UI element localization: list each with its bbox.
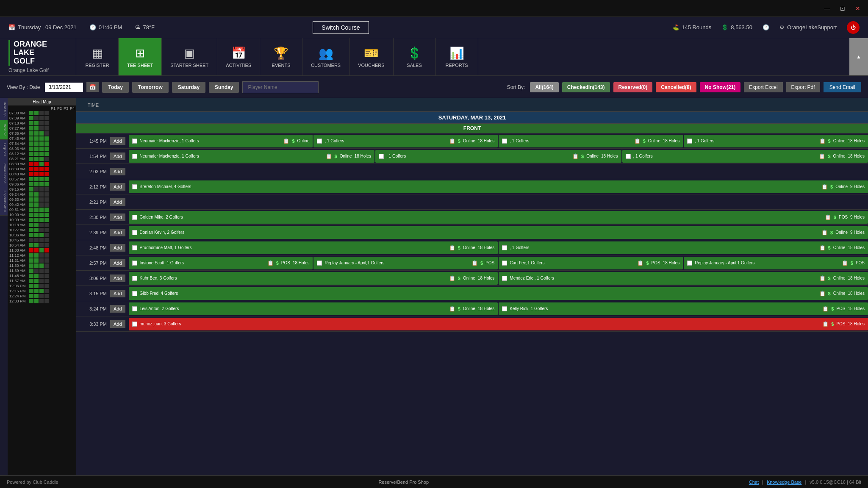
slot-checkbox[interactable]: [502, 306, 507, 311]
tee-slot[interactable]: , 1 Golfers 📋 $ Online 18 Holes: [375, 150, 621, 163]
tee-slot[interactable]: munoz juan, 3 Golfers 📋 $ POS 18 Holes: [129, 318, 868, 330]
slot-checkbox[interactable]: [132, 322, 137, 327]
add-button[interactable]: Add: [110, 229, 125, 236]
tee-slot[interactable]: Cart Fee,1 Golfers 📋 $ POS 18 Holes: [499, 257, 683, 269]
add-button[interactable]: Add: [110, 168, 125, 175]
tee-slot[interactable]: Replay January - April,1 Golfers 📋 $ POS: [684, 257, 868, 269]
sunday-button[interactable]: Sunday: [209, 82, 239, 93]
heat-cell: [39, 289, 44, 293]
slot-checkbox[interactable]: [317, 139, 322, 144]
slot-checkbox[interactable]: [132, 230, 137, 235]
tee-slot[interactable]: Replay January - April,1 Golfers 📋 $ POS: [313, 257, 498, 269]
tee-slot[interactable]: Prudhomme Matt, 1 Golfers 📋 $ Online 18 …: [129, 241, 498, 254]
sort-noshow-button[interactable]: No Show(21): [700, 82, 741, 92]
heat-cell: [34, 167, 39, 171]
add-button[interactable]: Add: [110, 259, 125, 267]
tee-slot[interactable]: , 1 Golfers 📋 $ Online 18 Holes: [684, 135, 868, 147]
add-button[interactable]: Add: [110, 183, 125, 191]
power-button[interactable]: ⏻: [847, 21, 860, 34]
nav-item-vouchers[interactable]: 🎫VOUCHERS: [349, 38, 393, 75]
col-p2: P2: [57, 106, 62, 111]
knowledge-base-link[interactable]: Knowledge Base: [767, 480, 802, 485]
date-input[interactable]: [45, 83, 83, 92]
dollar-icon: $: [828, 276, 831, 281]
saturday-button[interactable]: Saturday: [172, 82, 205, 93]
sidebar-tab-cranes[interactable]: Cranes Bend: [0, 160, 8, 187]
add-button[interactable]: Add: [110, 290, 125, 297]
settings-display[interactable]: ⚙ OrangeLakeSupport: [779, 24, 837, 30]
chat-link[interactable]: Chat: [749, 480, 759, 485]
slot-checkbox[interactable]: [502, 245, 507, 250]
tee-slot[interactable]: Neumaier Mackenzie, 1 Golfers 📋 $ Online…: [129, 150, 374, 163]
nav-arrow-button[interactable]: ▲: [849, 38, 868, 75]
tomorrow-button[interactable]: Tomorrow: [132, 82, 169, 93]
slot-checkbox[interactable]: [132, 139, 137, 144]
slot-checkbox[interactable]: [132, 245, 137, 250]
add-button[interactable]: Add: [110, 305, 125, 313]
nav-item-activities[interactable]: 📅ACTIVITIES: [217, 38, 260, 75]
add-button[interactable]: Add: [110, 214, 125, 221]
today-button[interactable]: Today: [102, 82, 128, 93]
nav-item-register[interactable]: ▦REGISTER: [76, 38, 119, 75]
sidebar-tab-heatmap[interactable]: Heat Map: [0, 98, 8, 120]
tee-slot[interactable]: Kelly Rick, 1 Golfers 📋 $ POS 18 Holes: [499, 302, 868, 315]
close-button[interactable]: ✕: [852, 4, 864, 13]
nav-item-reports[interactable]: 📊REPORTS: [436, 38, 478, 75]
slot-checkbox[interactable]: [132, 184, 137, 189]
add-button[interactable]: Add: [110, 274, 125, 282]
slot-checkbox[interactable]: [379, 154, 384, 159]
tee-slot[interactable]: Neumaier Mackenzie, 1 Golfers 📋 $ Online: [129, 135, 313, 147]
add-button[interactable]: Add: [110, 244, 125, 252]
slot-checkbox[interactable]: [626, 154, 631, 159]
add-button[interactable]: Add: [110, 320, 125, 328]
nav-item-sales[interactable]: 💲SALES: [394, 38, 436, 75]
slot-checkbox[interactable]: [317, 261, 322, 266]
tee-time-label: 3:15 PM: [76, 291, 110, 296]
tee-slot[interactable]: , 1 Golfers 📋 $ Online 18 Holes: [499, 241, 868, 254]
slot-checkbox[interactable]: [502, 276, 507, 281]
nav-item-tee-sheet[interactable]: ⊞TEE SHEET: [119, 38, 162, 75]
sort-reserved-button[interactable]: Reserved(0): [613, 82, 653, 92]
export-pdf-button[interactable]: Export Pdf: [786, 82, 820, 92]
tee-slot[interactable]: , 1 Golfers 📋 $ Online 18 Holes: [499, 135, 683, 147]
add-button[interactable]: Add: [110, 152, 125, 160]
sort-all-button[interactable]: All(164): [530, 82, 558, 92]
player-name-input[interactable]: [242, 81, 319, 93]
nav-item-starter-sheet[interactable]: ▣STARTER SHEET: [162, 38, 217, 75]
add-button[interactable]: Add: [110, 198, 125, 206]
nav-item-customers[interactable]: 👥CUSTOMERS: [302, 38, 349, 75]
tee-slot[interactable]: Golden Mike, 2 Golfers 📋 $ POS 9 Holes: [129, 211, 868, 224]
tee-slot[interactable]: Gibb Fred, 4 Golfers 📋 $ Online 18 Holes: [129, 287, 868, 300]
slot-checkbox[interactable]: [132, 291, 137, 296]
sidebar-tab-reserve[interactable]: Reserve: [0, 120, 8, 140]
sort-cancelled-button[interactable]: Cancelled(8): [656, 82, 696, 92]
slot-checkbox[interactable]: [132, 306, 137, 311]
send-email-button[interactable]: Send Email: [824, 82, 861, 92]
tee-slot[interactable]: Brereton Michael, 4 Golfers 📋 $ Online 9…: [129, 180, 868, 193]
tee-slot[interactable]: Mendez Eric , 1 Golfers 📋 $ Online 18 Ho…: [499, 272, 868, 285]
slot-checkbox[interactable]: [132, 276, 137, 281]
tee-slot[interactable]: Kuhr Ben, 3 Golfers 📋 $ Online 18 Holes: [129, 272, 498, 285]
tee-slot[interactable]: Instone Scott, 1 Golfers 📋 $ POS 18 Hole…: [129, 257, 313, 269]
slot-checkbox[interactable]: [132, 215, 137, 220]
sidebar-tab-legends-walk[interactable]: Legends Walk: [0, 187, 8, 216]
nav-item-events[interactable]: 🏆EVENTS: [260, 38, 302, 75]
tee-slot[interactable]: , 1 Golfers 📋 $ Online 18 Holes: [622, 150, 868, 163]
slot-checkbox[interactable]: [687, 261, 692, 266]
slot-checkbox[interactable]: [502, 261, 507, 266]
slot-checkbox[interactable]: [132, 261, 137, 266]
export-excel-button[interactable]: Export Excel: [744, 82, 782, 92]
restore-button[interactable]: ⊡: [837, 4, 849, 13]
slot-checkbox[interactable]: [132, 154, 137, 159]
slot-checkbox[interactable]: [502, 139, 507, 144]
tee-slot[interactable]: Donlan Kevin, 2 Golfers 📋 $ Online 9 Hol…: [129, 226, 868, 239]
minimize-button[interactable]: —: [821, 4, 833, 13]
sort-checked-button[interactable]: CheckedIn(143): [562, 82, 610, 92]
calendar-button[interactable]: 📅: [86, 82, 99, 92]
switch-course-button[interactable]: Switch Course: [313, 21, 369, 34]
tee-slot[interactable]: , 1 Golfers 📋 $ Online 18 Holes: [313, 135, 498, 147]
add-button[interactable]: Add: [110, 137, 125, 145]
slot-checkbox[interactable]: [687, 139, 692, 144]
sidebar-tab-legends[interactable]: Legends: [0, 140, 8, 160]
tee-slot[interactable]: Leis Anton, 2 Golfers 📋 $ Online 18 Hole…: [129, 302, 498, 315]
